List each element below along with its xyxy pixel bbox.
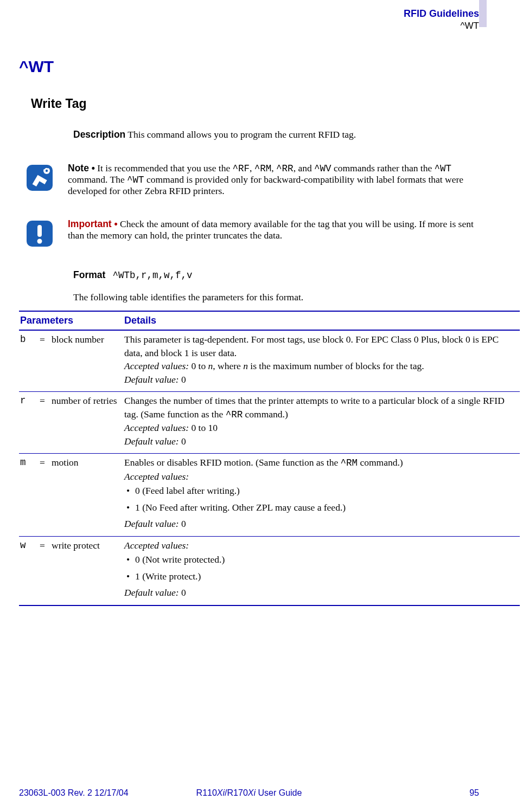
table-row: b = block number This parameter is tag-d… <box>19 330 520 392</box>
page-subtitle: Write Tag <box>31 96 479 111</box>
header-accent-bar <box>479 0 487 27</box>
svg-rect-4 <box>37 225 42 237</box>
note-label: Note • <box>68 163 95 173</box>
table-header-parameters: Parameters <box>19 311 123 330</box>
important-label: Important • <box>68 218 118 229</box>
note-text-block: Note • It is recommended that you use th… <box>68 163 479 197</box>
important-text-block: Important • Check the amount of data mem… <box>68 218 479 241</box>
footer-left: 23063L-003 Rev. 2 12/17/04 <box>19 788 129 798</box>
page-title: ^WT <box>19 57 479 76</box>
svg-point-2 <box>46 170 48 172</box>
format-code: ^WTb,r,m,w,f,v <box>112 270 192 281</box>
page-footer: 23063L-003 Rev. 2 12/17/04 R110Xi/R170Xi… <box>19 788 479 798</box>
table-row: m = motion Enables or disables RFID moti… <box>19 454 520 537</box>
svg-point-5 <box>37 239 42 244</box>
table-intro-text: The following table identifies the param… <box>73 292 479 303</box>
description-text: This command allows you to program the c… <box>125 129 356 140</box>
description-label: Description <box>73 129 125 140</box>
table-row: r = number of retries Changes the number… <box>19 392 520 454</box>
footer-center: R110Xi/R170Xi User Guide <box>196 788 302 798</box>
header-section-title: RFID Guidelines <box>404 8 479 20</box>
format-label: Format <box>73 269 105 280</box>
parameters-table: Parameters Details b = block number This… <box>19 311 520 606</box>
header-command-name: ^WT <box>461 21 479 31</box>
table-header-details: Details <box>123 311 520 330</box>
important-icon <box>26 220 54 248</box>
footer-page-number: 95 <box>469 788 479 798</box>
table-row: w = write protect Accepted values: 0 (No… <box>19 536 520 605</box>
note-icon <box>26 164 54 192</box>
